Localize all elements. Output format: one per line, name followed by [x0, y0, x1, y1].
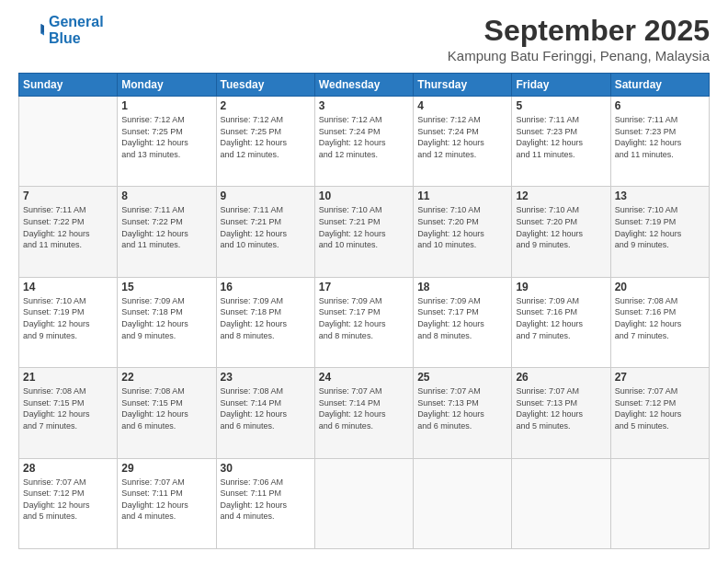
day-number: 29: [121, 462, 211, 475]
cell-w1-d2: 1Sunrise: 7:12 AM Sunset: 7:25 PM Daylig…: [118, 97, 216, 187]
col-saturday: Saturday: [610, 74, 709, 97]
cell-w4-d4: 24Sunrise: 7:07 AM Sunset: 7:14 PM Dayli…: [314, 368, 413, 458]
cell-w2-d6: 12Sunrise: 7:10 AM Sunset: 7:20 PM Dayli…: [512, 187, 610, 277]
col-monday: Monday: [118, 74, 216, 97]
cell-w5-d5: [414, 458, 512, 548]
day-info: Sunrise: 7:10 AM Sunset: 7:19 PM Dayligh…: [615, 204, 705, 250]
day-number: 26: [516, 371, 606, 384]
day-info: Sunrise: 7:11 AM Sunset: 7:22 PM Dayligh…: [23, 204, 113, 250]
day-number: 8: [121, 190, 211, 202]
day-info: Sunrise: 7:09 AM Sunset: 7:17 PM Dayligh…: [319, 295, 409, 341]
week-row-4: 21Sunrise: 7:08 AM Sunset: 7:15 PM Dayli…: [19, 368, 710, 458]
day-number: 9: [221, 190, 311, 202]
day-number: 17: [319, 281, 409, 293]
day-number: 22: [121, 371, 211, 384]
day-info: Sunrise: 7:10 AM Sunset: 7:21 PM Dayligh…: [319, 204, 409, 250]
cell-w4-d6: 26Sunrise: 7:07 AM Sunset: 7:13 PM Dayli…: [512, 368, 610, 458]
title-block: September 2025 Kampung Batu Feringgi, Pe…: [448, 14, 710, 63]
cell-w4-d2: 22Sunrise: 7:08 AM Sunset: 7:15 PM Dayli…: [118, 368, 216, 458]
cell-w1-d5: 4Sunrise: 7:12 AM Sunset: 7:24 PM Daylig…: [414, 97, 512, 187]
week-row-5: 28Sunrise: 7:07 AM Sunset: 7:12 PM Dayli…: [19, 458, 710, 548]
logo: General Blue: [18, 14, 104, 46]
cell-w5-d4: [314, 458, 413, 548]
day-info: Sunrise: 7:10 AM Sunset: 7:19 PM Dayligh…: [23, 295, 113, 341]
cell-w3-d4: 17Sunrise: 7:09 AM Sunset: 7:17 PM Dayli…: [314, 277, 413, 367]
cell-w3-d2: 15Sunrise: 7:09 AM Sunset: 7:18 PM Dayli…: [118, 277, 216, 367]
svg-rect-0: [18, 17, 44, 43]
day-info: Sunrise: 7:12 AM Sunset: 7:24 PM Dayligh…: [417, 114, 507, 160]
cell-w4-d3: 23Sunrise: 7:08 AM Sunset: 7:14 PM Dayli…: [216, 368, 314, 458]
day-number: 16: [221, 281, 311, 293]
cell-w3-d1: 14Sunrise: 7:10 AM Sunset: 7:19 PM Dayli…: [19, 277, 118, 367]
day-info: Sunrise: 7:09 AM Sunset: 7:16 PM Dayligh…: [516, 295, 606, 341]
cell-w3-d5: 18Sunrise: 7:09 AM Sunset: 7:17 PM Dayli…: [414, 277, 512, 367]
cell-w5-d7: [610, 458, 709, 548]
cell-w1-d3: 2Sunrise: 7:12 AM Sunset: 7:25 PM Daylig…: [216, 97, 314, 187]
day-info: Sunrise: 7:11 AM Sunset: 7:22 PM Dayligh…: [121, 204, 211, 250]
day-info: Sunrise: 7:08 AM Sunset: 7:15 PM Dayligh…: [121, 385, 211, 431]
cell-w1-d1: [19, 97, 118, 187]
day-number: 25: [417, 371, 507, 384]
day-info: Sunrise: 7:09 AM Sunset: 7:18 PM Dayligh…: [121, 295, 211, 341]
day-number: 14: [23, 281, 113, 293]
day-number: 18: [417, 281, 507, 293]
cell-w2-d7: 13Sunrise: 7:10 AM Sunset: 7:19 PM Dayli…: [610, 187, 709, 277]
day-info: Sunrise: 7:10 AM Sunset: 7:20 PM Dayligh…: [516, 204, 606, 250]
cell-w5-d3: 30Sunrise: 7:06 AM Sunset: 7:11 PM Dayli…: [216, 458, 314, 548]
day-info: Sunrise: 7:07 AM Sunset: 7:12 PM Dayligh…: [23, 477, 113, 523]
day-number: 24: [319, 371, 409, 384]
day-number: 3: [319, 99, 409, 112]
day-info: Sunrise: 7:12 AM Sunset: 7:24 PM Dayligh…: [319, 114, 409, 160]
cell-w3-d7: 20Sunrise: 7:08 AM Sunset: 7:16 PM Dayli…: [610, 277, 709, 367]
day-number: 1: [121, 99, 211, 112]
day-number: 5: [516, 99, 606, 112]
day-info: Sunrise: 7:12 AM Sunset: 7:25 PM Dayligh…: [121, 114, 211, 160]
day-info: Sunrise: 7:06 AM Sunset: 7:11 PM Dayligh…: [221, 477, 311, 523]
day-info: Sunrise: 7:11 AM Sunset: 7:23 PM Dayligh…: [615, 114, 705, 160]
day-info: Sunrise: 7:12 AM Sunset: 7:25 PM Dayligh…: [221, 114, 311, 160]
col-friday: Friday: [512, 74, 610, 97]
day-info: Sunrise: 7:07 AM Sunset: 7:13 PM Dayligh…: [516, 385, 606, 431]
day-number: 4: [417, 99, 507, 112]
day-number: 20: [615, 281, 705, 293]
day-info: Sunrise: 7:07 AM Sunset: 7:11 PM Dayligh…: [121, 477, 211, 523]
day-number: 12: [516, 190, 606, 202]
cell-w1-d6: 5Sunrise: 7:11 AM Sunset: 7:23 PM Daylig…: [512, 97, 610, 187]
week-row-3: 14Sunrise: 7:10 AM Sunset: 7:19 PM Dayli…: [19, 277, 710, 367]
day-info: Sunrise: 7:11 AM Sunset: 7:23 PM Dayligh…: [516, 114, 606, 160]
day-info: Sunrise: 7:09 AM Sunset: 7:17 PM Dayligh…: [417, 295, 507, 341]
logo-icon: [18, 17, 44, 43]
cell-w1-d7: 6Sunrise: 7:11 AM Sunset: 7:23 PM Daylig…: [610, 97, 709, 187]
day-number: 2: [221, 99, 311, 112]
col-thursday: Thursday: [414, 74, 512, 97]
day-number: 15: [121, 281, 211, 293]
week-row-1: 1Sunrise: 7:12 AM Sunset: 7:25 PM Daylig…: [19, 97, 710, 187]
col-tuesday: Tuesday: [216, 74, 314, 97]
calendar-table: Sunday Monday Tuesday Wednesday Thursday…: [18, 73, 710, 549]
cell-w3-d6: 19Sunrise: 7:09 AM Sunset: 7:16 PM Dayli…: [512, 277, 610, 367]
day-info: Sunrise: 7:08 AM Sunset: 7:15 PM Dayligh…: [23, 385, 113, 431]
cell-w4-d5: 25Sunrise: 7:07 AM Sunset: 7:13 PM Dayli…: [414, 368, 512, 458]
day-number: 11: [417, 190, 507, 202]
day-number: 23: [221, 371, 311, 384]
day-info: Sunrise: 7:07 AM Sunset: 7:12 PM Dayligh…: [615, 385, 705, 431]
day-info: Sunrise: 7:07 AM Sunset: 7:14 PM Dayligh…: [319, 385, 409, 431]
header: General Blue September 2025 Kampung Batu…: [18, 14, 710, 63]
subtitle: Kampung Batu Feringgi, Penang, Malaysia: [448, 48, 710, 63]
day-number: 30: [221, 462, 311, 475]
cell-w5-d6: [512, 458, 610, 548]
day-number: 27: [615, 371, 705, 384]
day-number: 21: [23, 371, 113, 384]
cell-w2-d1: 7Sunrise: 7:11 AM Sunset: 7:22 PM Daylig…: [19, 187, 118, 277]
col-wednesday: Wednesday: [314, 74, 413, 97]
cell-w4-d1: 21Sunrise: 7:08 AM Sunset: 7:15 PM Dayli…: [19, 368, 118, 458]
day-number: 6: [615, 99, 705, 112]
day-info: Sunrise: 7:10 AM Sunset: 7:20 PM Dayligh…: [417, 204, 507, 250]
day-info: Sunrise: 7:08 AM Sunset: 7:16 PM Dayligh…: [615, 295, 705, 341]
cell-w5-d1: 28Sunrise: 7:07 AM Sunset: 7:12 PM Dayli…: [19, 458, 118, 548]
week-row-2: 7Sunrise: 7:11 AM Sunset: 7:22 PM Daylig…: [19, 187, 710, 277]
cell-w1-d4: 3Sunrise: 7:12 AM Sunset: 7:24 PM Daylig…: [314, 97, 413, 187]
cell-w2-d2: 8Sunrise: 7:11 AM Sunset: 7:22 PM Daylig…: [118, 187, 216, 277]
day-info: Sunrise: 7:08 AM Sunset: 7:14 PM Dayligh…: [221, 385, 311, 431]
day-info: Sunrise: 7:09 AM Sunset: 7:18 PM Dayligh…: [221, 295, 311, 341]
